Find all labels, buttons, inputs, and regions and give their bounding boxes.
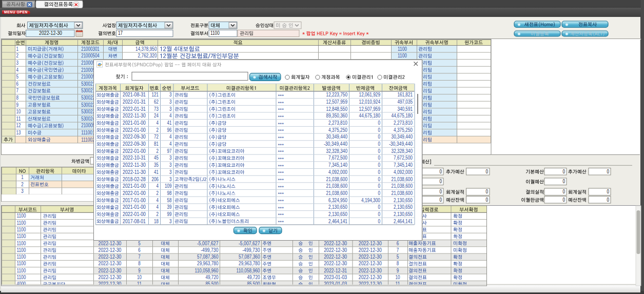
svg-text:2022-11-30: 2022-11-30 <box>123 169 146 175</box>
svg-text:9: 9 <box>138 268 141 273</box>
svg-text:2,130,650: 2,130,650 <box>394 204 413 210</box>
svg-text:1: 1 <box>21 174 24 180</box>
svg-text:30,349,440: 30,349,440 <box>392 134 413 140</box>
svg-text:1100: 1100 <box>17 254 26 260</box>
svg-text:35: 35 <box>154 162 159 168</box>
svg-text:2022-12-30: 2022-12-30 <box>359 254 382 260</box>
svg-text:10: 10 <box>16 109 21 114</box>
svg-text:3: 3 <box>169 219 172 224</box>
svg-text:0: 0 <box>563 189 565 194</box>
svg-text:3: 3 <box>169 99 172 105</box>
svg-text:2022-12-30: 2022-12-30 <box>99 261 122 266</box>
svg-text:***: *** <box>278 191 284 197</box>
svg-text:2022-12-30: 2022-12-30 <box>39 30 62 36</box>
svg-text:***: *** <box>278 170 284 175</box>
svg-text:29,963,780: 29,963,780 <box>197 261 219 266</box>
svg-text:2: 2 <box>16 53 19 58</box>
svg-text:7: 7 <box>16 88 19 93</box>
svg-text:2022-12-30: 2022-12-30 <box>359 261 382 266</box>
svg-text:2,464,141: 2,464,141 <box>394 219 413 224</box>
svg-text:7,345,140: 7,345,140 <box>328 162 347 168</box>
svg-text:12,848,550: 12,848,550 <box>326 106 348 112</box>
svg-text:***: *** <box>278 198 284 204</box>
svg-text:2,273,810: 2,273,810 <box>328 120 347 126</box>
svg-text:2: 2 <box>157 148 159 154</box>
svg-text:2022-11-30: 2022-11-30 <box>123 162 146 168</box>
svg-text:44,675,180: 44,675,180 <box>359 113 381 119</box>
svg-text:2: 2 <box>21 182 24 187</box>
svg-text:3: 3 <box>169 169 172 175</box>
svg-text:0: 0 <box>378 190 381 196</box>
svg-text:2021-01-00: 2021-01-00 <box>123 183 146 189</box>
svg-text:2022-12-30: 2022-12-30 <box>359 268 382 273</box>
svg-text:2022-01-31: 2022-01-31 <box>123 106 146 112</box>
svg-text:2,464,141: 2,464,141 <box>328 219 347 224</box>
svg-text:21,038,600: 21,038,600 <box>326 190 348 196</box>
svg-text:0: 0 <box>378 219 381 224</box>
svg-text:2022-01-00: 2022-01-00 <box>123 148 146 154</box>
svg-text:98: 98 <box>167 190 172 196</box>
svg-text:1100: 1100 <box>398 46 407 52</box>
svg-text:2022-12-30: 2022-12-30 <box>359 275 382 280</box>
svg-text:161,821: 161,821 <box>397 92 413 97</box>
svg-text:***: *** <box>278 114 284 120</box>
svg-text:497,035: 497,035 <box>397 99 413 105</box>
svg-text:0: 0 <box>378 148 381 154</box>
svg-text:21000301: 21000301 <box>81 46 100 52</box>
svg-text:4: 4 <box>157 183 159 189</box>
svg-text:4,092,000: 4,092,000 <box>394 169 413 175</box>
svg-text:2022-12-30: 2022-12-30 <box>99 254 122 260</box>
svg-text:2,130,650: 2,130,650 <box>394 198 413 203</box>
svg-text:2: 2 <box>157 127 159 133</box>
svg-text:4: 4 <box>169 141 172 147</box>
svg-text:6: 6 <box>16 81 19 87</box>
svg-text:0: 0 <box>378 204 381 210</box>
svg-text:14,378,950: 14,378,950 <box>135 46 157 52</box>
svg-text:10: 10 <box>396 275 400 280</box>
svg-text:12: 12 <box>16 123 21 128</box>
svg-text:***: *** <box>278 177 284 183</box>
svg-text:***: *** <box>278 93 284 99</box>
svg-text:2022-11-30: 2022-11-30 <box>123 113 146 119</box>
svg-text:89,350,360: 89,350,360 <box>326 113 348 119</box>
svg-text:6: 6 <box>138 247 141 253</box>
svg-text:12,010,924: 12,010,924 <box>359 99 381 105</box>
svg-text:0: 0 <box>378 134 381 140</box>
svg-text:2017-01-00: 2017-01-00 <box>123 198 146 203</box>
svg-text:2022-10-31: 2022-10-31 <box>123 155 146 161</box>
svg-text:-5,007,627: -5,007,627 <box>197 241 219 246</box>
svg-text:17: 17 <box>118 30 123 36</box>
svg-text:2022-09-30: 2022-09-30 <box>123 134 146 140</box>
svg-text:340,591: 340,591 <box>397 106 413 112</box>
svg-text:13: 13 <box>16 130 21 135</box>
svg-text:2023-01-03: 2023-01-03 <box>324 275 347 280</box>
svg-text:4: 4 <box>157 204 159 210</box>
svg-text:3: 3 <box>169 155 172 161</box>
svg-text:0: 0 <box>378 155 381 161</box>
svg-text:2,130,650: 2,130,650 <box>394 211 413 217</box>
svg-text:10: 10 <box>137 275 142 280</box>
svg-text:12,061,929: 12,061,929 <box>359 92 381 97</box>
svg-text:4,375,250: 4,375,250 <box>328 127 347 133</box>
svg-text:3: 3 <box>169 162 172 168</box>
svg-text:***: *** <box>278 212 284 218</box>
svg-text:41: 41 <box>154 169 159 175</box>
svg-text:72: 72 <box>154 134 159 140</box>
svg-text:2022-09-30: 2022-09-30 <box>123 141 146 147</box>
svg-text:73: 73 <box>154 106 159 112</box>
svg-text:12,223,750: 12,223,750 <box>326 92 348 97</box>
svg-text:-5,007,627: -5,007,627 <box>239 241 260 246</box>
svg-text:9: 9 <box>397 268 399 273</box>
svg-text:4: 4 <box>157 198 159 203</box>
svg-text:1100: 1100 <box>17 275 26 280</box>
svg-text:***: *** <box>278 100 284 106</box>
svg-text:2,130,650: 2,130,650 <box>328 211 347 217</box>
svg-text:21,038,600: 21,038,600 <box>326 183 348 189</box>
svg-text:0: 0 <box>563 169 565 174</box>
svg-text:110,058,960: 110,058,960 <box>195 268 219 273</box>
svg-text:2022-01-00: 2022-01-00 <box>123 190 146 196</box>
svg-text:2: 2 <box>157 190 159 196</box>
svg-text:2022-01-00: 2022-01-00 <box>123 211 146 217</box>
svg-text:5: 5 <box>138 241 141 246</box>
svg-text:6: 6 <box>397 241 399 246</box>
